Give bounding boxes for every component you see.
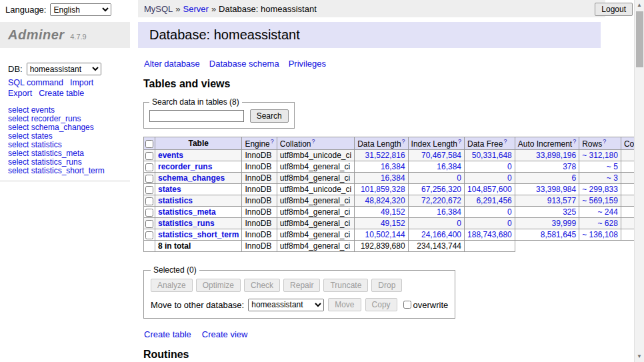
data-free-link-events[interactable]: 50,331,648	[472, 151, 512, 160]
data-length-link-statistics_meta[interactable]: 49,152	[381, 207, 405, 217]
optimize-button[interactable]: Optimize	[196, 279, 241, 292]
data-length-link-statistics_runs[interactable]: 49,152	[381, 219, 405, 228]
sidebar-link-export[interactable]: Export	[8, 89, 32, 98]
row-checkbox-schema_changes[interactable]	[145, 175, 153, 183]
create-link-create-table[interactable]: Create table	[144, 329, 191, 339]
row-checkbox-statistics_runs[interactable]	[145, 220, 153, 228]
data-length-link-statistics[interactable]: 48,824,320	[365, 196, 405, 205]
auto-increment-link-statistics_meta[interactable]: 325	[563, 207, 576, 217]
row-checkbox-statistics_meta[interactable]	[145, 209, 153, 217]
index-length-link-states[interactable]: 67,256,320	[421, 185, 461, 194]
rows-link-statistics_short_term[interactable]: ~ 136,108	[582, 230, 618, 239]
copy-button[interactable]: Copy	[365, 298, 397, 311]
rows-link-statistics_meta[interactable]: ~ 244	[598, 207, 618, 217]
action-link-alter-database[interactable]: Alter database	[144, 59, 200, 69]
rows-link-schema_changes[interactable]: ~ 3	[607, 173, 618, 183]
help-icon[interactable]: ?	[573, 138, 576, 145]
auto-increment-link-events[interactable]: 33,898,196	[536, 151, 576, 160]
sidebar-link-create-table[interactable]: Create table	[39, 89, 84, 98]
action-link-privileges[interactable]: Privileges	[289, 59, 326, 69]
table-link-statistics_short_term[interactable]: statistics_short_term	[158, 230, 239, 239]
repair-button[interactable]: Repair	[283, 279, 320, 292]
table-link-statistics[interactable]: statistics	[158, 196, 193, 205]
row-checkbox-events[interactable]	[145, 152, 153, 160]
sidebar-link-sql-command[interactable]: SQL command	[8, 78, 63, 87]
drop-button[interactable]: Drop	[371, 279, 402, 292]
data-length-link-events[interactable]: 31,522,816	[365, 151, 405, 160]
table-link-states[interactable]: states	[158, 185, 181, 194]
data-length-link-states[interactable]: 101,859,328	[361, 185, 405, 194]
help-icon[interactable]: ?	[402, 138, 405, 145]
data-length-link-statistics_short_term[interactable]: 10,502,144	[365, 230, 405, 239]
logout-button[interactable]: Logout	[595, 3, 633, 16]
cell-table-name: schema_changes	[155, 173, 242, 184]
index-length-link-statistics_runs[interactable]: 0	[457, 219, 461, 228]
data-length-link-schema_changes[interactable]: 16,384	[381, 173, 405, 183]
cell-rows: ~ 244	[579, 207, 621, 218]
truncate-button[interactable]: Truncate	[323, 279, 368, 292]
row-checkbox-states[interactable]	[145, 186, 153, 194]
search-button[interactable]: Search	[250, 109, 289, 123]
rows-link-statistics_runs[interactable]: ~ 628	[598, 219, 618, 228]
db-select[interactable]: homeassistant	[27, 63, 101, 75]
rows-link-states[interactable]: ~ 299,833	[582, 185, 618, 194]
index-length-link-schema_changes[interactable]: 0	[457, 173, 461, 183]
table-link-schema_changes[interactable]: schema_changes	[158, 173, 225, 183]
scrollbar-down-arrow[interactable]: ▼	[635, 351, 644, 362]
row-checkbox-statistics[interactable]	[145, 197, 153, 205]
app-logo[interactable]: Adminer	[8, 27, 65, 42]
auto-increment-link-schema_changes[interactable]: 6	[571, 173, 576, 183]
breadcrumb-separator: »	[175, 4, 180, 14]
auto-increment-link-statistics[interactable]: 913,577	[547, 196, 576, 205]
index-length-link-recorder_runs[interactable]: 16,384	[437, 162, 461, 171]
table-link-events[interactable]: events	[158, 151, 183, 160]
breadcrumb-driver-link[interactable]: MySQL	[144, 4, 173, 14]
table-link-recorder_runs[interactable]: recorder_runs	[158, 162, 212, 171]
data-free-link-statistics[interactable]: 6,291,456	[476, 196, 511, 205]
help-icon[interactable]: ?	[311, 138, 315, 145]
row-checkbox-recorder_runs[interactable]	[145, 163, 153, 171]
row-checkbox-statistics_short_term[interactable]	[145, 231, 153, 239]
scrollbar[interactable]: ▲ ▼	[634, 0, 644, 362]
scrollbar-thumb[interactable]	[636, 11, 643, 67]
data-free-link-schema_changes[interactable]: 0	[507, 173, 512, 183]
data-free-link-states[interactable]: 104,857,600	[467, 185, 512, 194]
scrollbar-up-arrow[interactable]: ▲	[635, 0, 644, 11]
select-all-checkbox[interactable]	[145, 140, 153, 148]
move-db-select[interactable]: homeassistant	[248, 299, 324, 311]
data-free-link-statistics_meta[interactable]: 0	[507, 207, 512, 217]
breadcrumb-server-link[interactable]: Server	[183, 4, 209, 14]
rows-link-events[interactable]: ~ 312,180	[582, 151, 618, 160]
action-link-database-schema[interactable]: Database schema	[209, 59, 279, 69]
analyze-button[interactable]: Analyze	[151, 279, 193, 292]
data-length-link-recorder_runs[interactable]: 16,384	[381, 162, 405, 171]
data-free-link-statistics_runs[interactable]: 0	[507, 219, 512, 228]
data-free-link-statistics_short_term[interactable]: 188,743,680	[467, 230, 512, 239]
rows-link-statistics[interactable]: ~ 569,159	[582, 196, 618, 205]
help-icon[interactable]: ?	[458, 138, 461, 145]
col-header-comment: Comment?	[621, 137, 634, 150]
sidebar-select-statistics-short-term[interactable]: select statistics_short_term	[8, 167, 122, 175]
table-link-statistics_runs[interactable]: statistics_runs	[158, 219, 215, 228]
auto-increment-link-states[interactable]: 33,398,984	[536, 185, 576, 194]
auto-increment-link-statistics_short_term[interactable]: 8,581,645	[541, 230, 576, 239]
search-input[interactable]	[149, 110, 244, 122]
auto-increment-link-statistics_runs[interactable]: 39,999	[551, 219, 576, 228]
language-select[interactable]: English	[50, 3, 111, 16]
create-link-create-view[interactable]: Create view	[202, 329, 248, 339]
move-button[interactable]: Move	[328, 298, 361, 311]
help-icon[interactable]: ?	[603, 138, 606, 145]
index-length-link-events[interactable]: 70,467,584	[421, 151, 461, 160]
check-button[interactable]: Check	[244, 279, 280, 292]
help-icon[interactable]: ?	[503, 138, 507, 145]
auto-increment-link-recorder_runs[interactable]: 378	[563, 162, 576, 171]
index-length-link-statistics[interactable]: 72,220,672	[421, 196, 461, 205]
overwrite-checkbox[interactable]	[403, 301, 411, 309]
help-icon[interactable]: ?	[271, 138, 274, 145]
index-length-link-statistics_meta[interactable]: 16,384	[437, 207, 461, 217]
sidebar-link-import[interactable]: Import	[70, 78, 93, 87]
index-length-link-statistics_short_term[interactable]: 24,166,400	[421, 230, 461, 239]
table-link-statistics_meta[interactable]: statistics_meta	[158, 207, 216, 217]
rows-link-recorder_runs[interactable]: ~ 5	[607, 162, 618, 171]
data-free-link-recorder_runs[interactable]: 0	[507, 162, 512, 171]
